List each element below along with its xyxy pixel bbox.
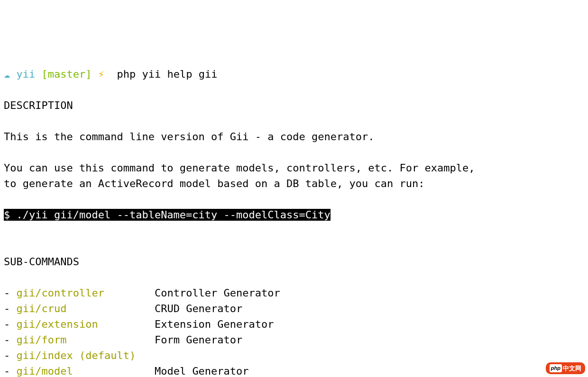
subcommand-row: - gii/crud CRUD Generator (4, 301, 584, 316)
directory-name: yii (17, 68, 36, 80)
subcommand-row: - gii/form Form Generator (4, 332, 584, 348)
git-branch: [master] (42, 68, 92, 80)
bullet: - (4, 318, 17, 330)
subcommand-name: gii/controller (17, 287, 104, 299)
terminal-prompt: ☁ yii [master] ⚡ php yii help gii (4, 68, 217, 80)
description-line-2: You can use this command to generate mod… (4, 162, 475, 174)
subcommand-description: Model Generator (155, 365, 249, 377)
bullet: - (4, 287, 17, 299)
description-line-3: to generate an ActiveRecord model based … (4, 178, 424, 189)
example-command: $ ./yii gii/model --tableName=city --mod… (4, 209, 331, 221)
subcommand-description: Extension Generator (155, 318, 274, 330)
subcommands-list: - gii/controller Controller Generator- g… (4, 285, 584, 377)
subcommand-row: - gii/model Model Generator (4, 363, 584, 377)
subcommand-default: (default) (79, 350, 136, 361)
subcommand-row: - gii/controller Controller Generator (4, 285, 584, 301)
bolt-icon: ⚡ (98, 68, 104, 80)
php-badge: php (550, 364, 562, 372)
subcommand-name: gii/extension (17, 318, 98, 330)
subcommand-row: - gii/index (default) (4, 348, 584, 363)
bullet: - (4, 303, 17, 314)
subcommand-description: CRUD Generator (155, 303, 242, 314)
description-header: DESCRIPTION (4, 99, 73, 111)
watermark-badge: php中文网 (546, 362, 585, 375)
subcommand-row: - gii/extension Extension Generator (4, 316, 584, 332)
subcommand-name: gii/crud (17, 303, 67, 314)
subcommand-description: Form Generator (155, 334, 242, 346)
subcommand-name: gii/index (17, 350, 73, 361)
bullet: - (4, 350, 17, 361)
watermark-text: 中文网 (563, 364, 581, 373)
subcommand-name: gii/form (17, 334, 67, 346)
subcommand-description: Controller Generator (155, 287, 280, 299)
bullet: - (4, 365, 17, 377)
description-line-1: This is the command line version of Gii … (4, 131, 374, 143)
subcommand-name: gii/model (17, 365, 73, 377)
bullet: - (4, 334, 17, 346)
command-text: php yii help gii (117, 68, 217, 80)
subcommands-header: SUB-COMMANDS (4, 256, 79, 268)
cloud-icon: ☁ (4, 68, 10, 80)
